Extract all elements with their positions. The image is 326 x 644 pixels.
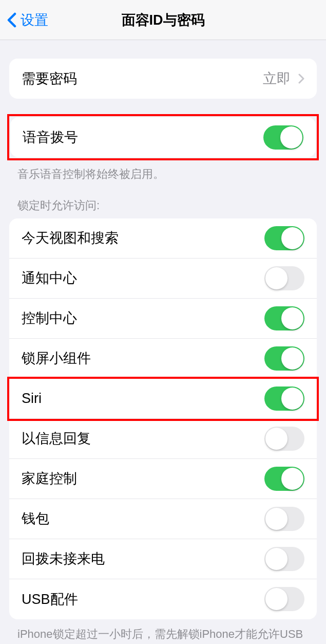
usb-footer: iPhone锁定超过一小时后，需先解锁iPhone才能允许USB配件连接。 [0,619,326,644]
toggle-knob [265,548,287,570]
require-passcode-row[interactable]: 需要密码 立即 [9,59,317,99]
header-bar: 设置 面容ID与密码 [0,0,326,40]
lock-item-toggle[interactable] [264,387,304,411]
chevron-left-icon [7,12,16,28]
lock-item-label: 锁屏小组件 [22,349,91,367]
voice-dial-label: 语音拨号 [23,128,78,146]
lock-item-toggle[interactable] [264,587,304,611]
lock-item-row: 控制中心 [9,299,317,339]
lock-item-label: 今天视图和搜索 [22,229,119,247]
lock-item-toggle[interactable] [264,427,304,451]
toggle-knob [281,347,303,370]
require-passcode-group: 需要密码 立即 [9,59,317,99]
toggle-knob [265,428,287,450]
toggle-knob [281,468,303,490]
lock-item-label: 以信息回复 [22,429,91,448]
toggle-knob [265,508,287,530]
lock-item-toggle[interactable] [264,346,304,371]
lock-item-label: 通知中心 [22,269,77,287]
toggle-knob [280,126,302,149]
lock-section-header: 锁定时允许访问: [0,182,326,218]
toggle-knob [281,227,303,249]
lock-item-row: 家庭控制 [9,459,317,499]
lock-item-label: 钱包 [22,509,49,528]
lock-item-row: 回拨未接来电 [9,539,317,579]
lock-item-toggle[interactable] [264,467,304,491]
lock-item-row: 锁屏小组件 [9,339,317,379]
toggle-knob [265,267,287,289]
back-button[interactable]: 设置 [0,11,48,29]
toggle-knob [281,388,303,410]
lock-item-label: USB配件 [22,590,78,609]
lock-item-row: 今天视图和搜索 [9,218,317,259]
lock-item-row: Siri [9,379,317,419]
lock-item-label: 回拨未接来电 [22,549,105,568]
lock-item-toggle[interactable] [264,226,304,250]
lock-item-row: 钱包 [9,499,317,539]
voice-dial-row: 语音拨号 [10,117,316,157]
back-label: 设置 [21,11,48,29]
voice-dial-highlight: 语音拨号 [7,114,319,160]
page-title: 面容ID与密码 [122,11,205,29]
require-passcode-label: 需要密码 [22,69,77,88]
require-passcode-value: 立即 [263,69,304,88]
toggle-knob [281,307,303,329]
toggle-knob [265,588,287,610]
chevron-right-icon [298,73,304,84]
lock-item-toggle[interactable] [264,507,304,531]
lock-item-row: USB配件 [9,579,317,619]
lock-item-toggle[interactable] [264,547,304,571]
lock-access-group: 今天视图和搜索通知中心控制中心锁屏小组件Siri以信息回复家庭控制钱包回拨未接来… [9,218,317,619]
lock-item-label: Siri [22,391,42,407]
lock-item-toggle[interactable] [264,266,304,290]
lock-item-toggle[interactable] [264,306,304,330]
voice-dial-footer: 音乐语音控制将始终被启用。 [0,160,326,182]
voice-dial-toggle[interactable] [263,125,303,150]
lock-item-label: 控制中心 [22,309,77,327]
lock-item-row: 通知中心 [9,259,317,299]
lock-item-label: 家庭控制 [22,469,77,488]
lock-item-row: 以信息回复 [9,419,317,459]
